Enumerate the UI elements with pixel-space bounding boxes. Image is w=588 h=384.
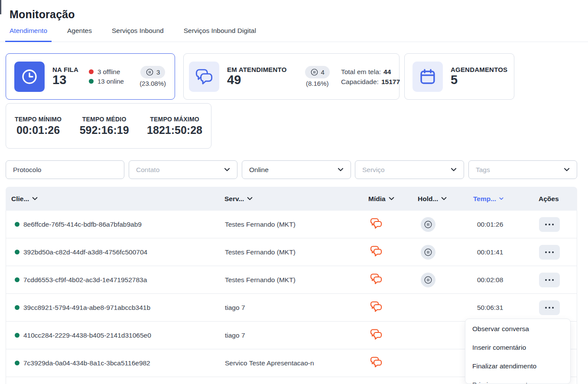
tempo-medio: TEMPO MÉDIO 592:16:19 xyxy=(80,116,129,137)
na-fila-paused-pct: (23.08%) xyxy=(140,80,166,87)
chat-media-icon xyxy=(370,356,383,370)
page-title: Monitoração xyxy=(10,8,75,21)
chevron-down-icon xyxy=(389,197,394,201)
cliente-id: 410cc284-2229-4438-b405-2141d31065e0 xyxy=(23,332,151,339)
servico-select[interactable]: Serviço xyxy=(355,160,464,179)
row-actions-button[interactable] xyxy=(539,245,560,260)
header-tempo-sorted[interactable]: Temp... xyxy=(473,195,539,203)
tempo-maximo-value: 1821:50:28 xyxy=(147,124,202,137)
servico-name: Servico Teste Apresentacao-n xyxy=(225,359,369,367)
online-status-dot xyxy=(15,277,19,282)
em-atendimento-paused-pct: (8.16%) xyxy=(305,80,330,87)
online-count: 13 online xyxy=(97,77,124,86)
status-select[interactable]: Online xyxy=(242,160,351,179)
chat-bubbles-icon xyxy=(189,62,219,92)
chevron-down-icon xyxy=(499,197,504,200)
pause-circle-icon xyxy=(310,68,318,76)
table-row[interactable]: 392bd50a-c82d-44df-a3d8-4756fc500704 Tes… xyxy=(6,238,577,266)
protocolo-input-wrapper xyxy=(6,160,124,179)
em-atendimento-label: EM ATENDIMENTO xyxy=(227,66,287,73)
menu-item-priorizar-por-agente[interactable]: Priorizar por agente xyxy=(465,377,570,384)
tags-placeholder: Tags xyxy=(476,166,490,174)
tab-servicos-inbound[interactable]: Serviços Inbound xyxy=(107,22,168,42)
agendamentos-value: 5 xyxy=(451,73,507,87)
clock-icon xyxy=(14,62,45,92)
cliente-id: 8e6ffcde-76f5-414c-bdfb-86a7bfab9ab9 xyxy=(23,221,142,228)
header-cliente[interactable]: Clie... xyxy=(6,195,224,203)
cliente-id: 7c3929da-0a04-434b-8a1c-3bca5116e982 xyxy=(23,359,150,367)
table-row[interactable]: 8e6ffcde-76f5-414c-bdfb-86a7bfab9ab9 Tes… xyxy=(6,211,577,238)
header-hold[interactable]: Hold... xyxy=(418,195,473,203)
row-actions-button[interactable] xyxy=(539,273,560,287)
table-row[interactable]: 7cdd6553-cf9f-4b02-ac3d-1e471952783a Tes… xyxy=(6,266,577,294)
contato-placeholder: Contato xyxy=(136,166,159,174)
card-em-atendimento[interactable]: EM ATENDIMENTO 49 4 (8.16%) Total em tel… xyxy=(183,53,400,100)
tab-atendimento[interactable]: Atendimento xyxy=(5,22,52,42)
tempo-maximo-label: TEMPO MÁXIMO xyxy=(147,116,202,123)
chevron-down-icon xyxy=(451,168,457,172)
menu-item-inserir-comentario[interactable]: Inserir comentário xyxy=(465,340,570,355)
na-fila-paused: 3 (23.08%) xyxy=(140,66,166,87)
total-em-tela-value: 44 xyxy=(383,68,391,75)
tempo-minimo: TEMPO MÍNIMO 00:01:26 xyxy=(15,116,62,137)
na-fila-value: 13 xyxy=(52,73,78,87)
card-agendamentos[interactable]: AGENDAMENTOS 5 xyxy=(404,53,514,100)
hold-pause-icon xyxy=(421,273,435,287)
chevron-down-icon xyxy=(224,168,230,172)
online-status-dot xyxy=(15,305,19,310)
tab-agentes[interactable]: Agentes xyxy=(63,22,96,42)
chevron-down-icon xyxy=(441,197,447,201)
queue-status: 3 offline 13 online xyxy=(89,67,124,86)
menu-item-observar-conversa[interactable]: Observar conversa xyxy=(465,321,570,336)
card-tempos: TEMPO MÍNIMO 00:01:26 TEMPO MÉDIO 592:16… xyxy=(6,103,211,149)
chat-media-icon xyxy=(370,273,383,286)
em-atendimento-paused-count: 4 xyxy=(321,68,325,76)
online-dot xyxy=(89,79,94,84)
header-servico[interactable]: Serv... xyxy=(224,195,368,203)
header-midia[interactable]: Mídia xyxy=(368,195,418,203)
servico-name: tiago 7 xyxy=(225,332,369,339)
table-row[interactable]: 39cc8921-5794-491a-abe8-971abccb341b tia… xyxy=(6,294,577,322)
capacidade-label: Capacidade: xyxy=(341,78,379,85)
servico-name: tiago 7 xyxy=(225,304,369,312)
na-fila-label: NA FILA xyxy=(52,66,78,73)
servico-name: Testes Fernando (MKT) xyxy=(225,248,369,256)
em-atendimento-paused: 4 (8.16%) xyxy=(305,66,330,87)
protocolo-input[interactable] xyxy=(6,161,124,179)
servico-placeholder: Serviço xyxy=(362,166,385,174)
tab-servicos-inbound-digital[interactable]: Serviços Inbound Digital xyxy=(179,22,260,42)
tempo-minimo-value: 00:01:26 xyxy=(15,124,62,137)
tempo-value: 50:06:31 xyxy=(474,304,539,312)
online-status-dot xyxy=(15,333,19,338)
online-status-dot xyxy=(15,222,19,227)
online-status-dot xyxy=(15,361,19,365)
contato-select[interactable]: Contato xyxy=(129,160,237,179)
menu-item-finalizar-atendimento[interactable]: Finalizar atendimento xyxy=(465,358,570,374)
chevron-down-icon xyxy=(247,197,253,201)
tab-bar: Atendimento Agentes Serviços Inbound Ser… xyxy=(0,22,588,42)
na-fila-paused-count: 3 xyxy=(156,68,160,76)
chat-media-icon xyxy=(370,329,383,342)
capacity-summary: Total em tela:44 Capacidade:15177 xyxy=(341,67,400,87)
hold-pause-icon xyxy=(421,217,435,232)
monitoring-page: Monitoração Atendimento Agentes Serviços… xyxy=(0,0,588,384)
tags-select[interactable]: Tags xyxy=(468,160,577,179)
tempo-medio-label: TEMPO MÉDIO xyxy=(80,116,129,123)
chat-media-icon xyxy=(370,245,383,259)
tempo-maximo: TEMPO MÁXIMO 1821:50:28 xyxy=(147,116,202,137)
pause-circle-icon xyxy=(146,68,154,76)
row-actions-button[interactable] xyxy=(539,217,560,232)
row-actions-context-menu: Observar conversa Inserir comentário Fin… xyxy=(465,319,571,384)
tempo-value: 00:01:41 xyxy=(474,248,539,256)
row-actions-button[interactable] xyxy=(539,300,560,315)
total-em-tela-label: Total em tela: xyxy=(341,68,381,75)
cliente-id: 39cc8921-5794-491a-abe8-971abccb341b xyxy=(23,304,150,312)
table-header: Clie... Serv... Mídia Hold... Temp... Aç… xyxy=(6,187,577,211)
servico-name: Testes Fernando (MKT) xyxy=(225,276,369,284)
header-acoes: Ações xyxy=(539,195,577,203)
cliente-id: 392bd50a-c82d-44df-a3d8-4756fc500704 xyxy=(23,248,147,256)
offline-dot xyxy=(89,69,94,74)
chat-media-icon xyxy=(370,218,383,231)
card-na-fila[interactable]: NA FILA 13 3 offline 13 online 3 (23.08%… xyxy=(6,53,175,100)
tempo-minimo-label: TEMPO MÍNIMO xyxy=(15,116,62,123)
